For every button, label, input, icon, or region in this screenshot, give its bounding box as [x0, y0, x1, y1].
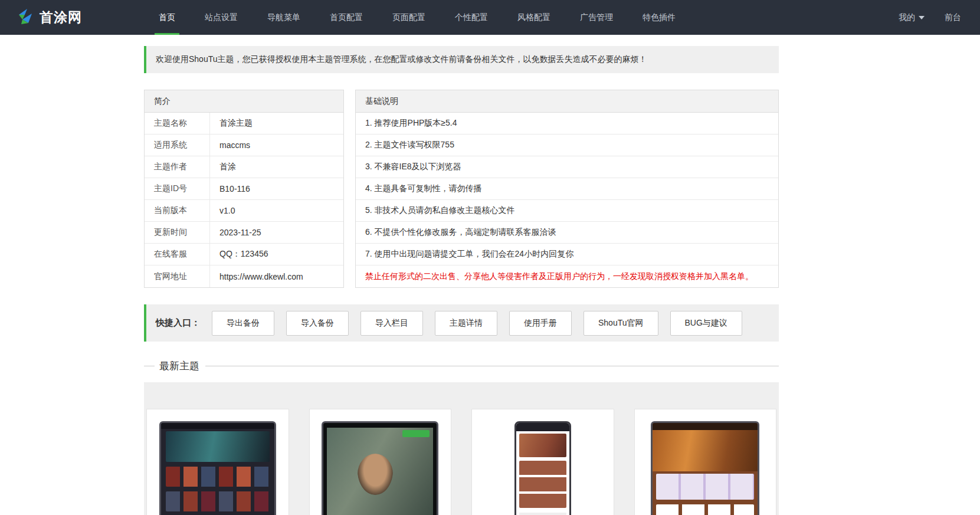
latest-themes-area	[144, 382, 779, 515]
front-site-link[interactable]: 前台	[945, 12, 961, 23]
thumbnail-poster-row-shape	[166, 467, 270, 487]
thumbnail-band-shape	[656, 474, 754, 500]
intro-panel: 简介 主题名称 首涂主题 适用系统 maccms 主题作者 首涂 主题ID号 B…	[144, 90, 344, 288]
thumbnail-hero-shape	[166, 431, 270, 462]
bug-suggest-button[interactable]: BUG与建议	[670, 311, 742, 336]
dark-video-site-theme-thumbnail	[159, 421, 276, 515]
intro-row-label: 主题作者	[145, 156, 210, 178]
quick-entry-label: 快捷入口：	[156, 317, 200, 329]
table-row: 更新时间 2023-11-25	[145, 222, 343, 244]
main-nav: 首页 站点设置 导航菜单 首页配置 页面配置 个性配置 风格配置 广告管理 特色…	[144, 0, 690, 35]
intro-row-value: 2023-11-25	[210, 222, 343, 243]
theme-card[interactable]	[309, 409, 452, 515]
my-menu-label: 我的	[899, 12, 915, 23]
thumbnail-phone-list-shape	[519, 511, 566, 515]
list-item: 2. 主题文件读写权限755	[356, 135, 778, 156]
intro-row-value: 首涂	[210, 156, 343, 178]
warning-text: 禁止任何形式的二次出售、分享他人等侵害作者及正版用户的行为，一经发现取消授权资格…	[356, 265, 778, 287]
intro-row-label: 当前版本	[145, 200, 210, 221]
intro-row-value: https://www.dkewl.com	[210, 265, 343, 287]
video-player-theme-thumbnail	[322, 421, 438, 515]
intro-row-value: v1.0	[210, 200, 343, 221]
list-item: 3. 不兼容IE8及以下浏览器	[356, 156, 778, 178]
thumbnail-hero-shape	[653, 430, 758, 471]
list-item: 7. 使用中出现问题请提交工单，我们会在24小时内回复你	[356, 244, 778, 265]
nav-item-plugins[interactable]: 特色插件	[632, 0, 686, 35]
list-item: 6. 不提供个性化修改服务，高端定制请联系客服洽谈	[356, 222, 778, 244]
chevron-down-icon	[919, 16, 925, 19]
nav-item-nav-menu[interactable]: 导航菜单	[257, 0, 310, 35]
nav-item-style-config[interactable]: 风格配置	[507, 0, 561, 35]
table-row: 主题ID号 B10-116	[145, 178, 343, 200]
notes-panel-title: 基础说明	[356, 90, 778, 113]
user-manual-button[interactable]: 使用手册	[509, 311, 572, 336]
intro-row-value: maccms	[210, 135, 343, 156]
intro-row-label: 官网地址	[145, 265, 210, 287]
thumbnail-card-row-shape	[656, 504, 754, 515]
intro-row-value: B10-116	[210, 178, 343, 199]
table-row: 当前版本 v1.0	[145, 200, 343, 222]
mobile-wap-theme-thumbnail	[514, 421, 571, 515]
quick-entry-bar: 快捷入口： 导出备份 导入备份 导入栏目 主题详情 使用手册 ShouTu官网 …	[144, 304, 779, 342]
table-row: 主题作者 首涂	[145, 156, 343, 178]
theme-card[interactable]	[634, 409, 777, 515]
thumbnail-person-shape	[358, 454, 393, 495]
shoutu-official-button[interactable]: ShouTu官网	[584, 311, 658, 336]
front-site-label: 前台	[945, 12, 961, 23]
intro-row-label: 在线客服	[145, 244, 210, 265]
thumbnail-navbar-shape	[161, 423, 274, 429]
theme-card[interactable]	[146, 409, 289, 515]
intro-row-label: 主题名称	[145, 113, 210, 134]
list-item: 4. 主题具备可复制性，请勿传播	[356, 178, 778, 200]
logo-text: 首涂网	[40, 8, 82, 27]
thumbnail-phone-banner-shape	[519, 434, 566, 457]
nav-item-home-config[interactable]: 首页配置	[320, 0, 373, 35]
game-portal-theme-thumbnail	[651, 421, 759, 515]
logo[interactable]: 首涂网	[0, 0, 144, 35]
my-menu[interactable]: 我的	[899, 12, 925, 23]
welcome-text: 欢迎使用ShouTu主题，您已获得授权使用本主题管理系统，在您配置或修改文件前请…	[156, 54, 647, 65]
intro-row-value: QQ：123456	[210, 244, 343, 265]
intro-row-value: 首涂主题	[210, 113, 343, 134]
thumbnail-navbar-shape	[653, 423, 758, 430]
nav-item-ad-manage[interactable]: 广告管理	[570, 0, 623, 35]
list-item: 5. 非技术人员请勿私自修改主题核心文件	[356, 200, 778, 222]
table-row: 官网地址 https://www.dkewl.com	[145, 265, 343, 287]
import-columns-button[interactable]: 导入栏目	[360, 311, 423, 336]
top-navbar: 首涂网 首页 站点设置 导航菜单 首页配置 页面配置 个性配置 风格配置 广告管…	[0, 0, 980, 35]
thumbnail-green-badge-shape	[402, 430, 430, 437]
table-row: 适用系统 maccms	[145, 135, 343, 156]
intro-row-label: 主题ID号	[145, 178, 210, 199]
section-title-text: 最新主题	[159, 359, 199, 373]
intro-row-label: 适用系统	[145, 135, 210, 156]
table-row: 在线客服 QQ：123456	[145, 244, 343, 265]
import-backup-button[interactable]: 导入备份	[286, 311, 349, 336]
nav-item-site-settings[interactable]: 站点设置	[195, 0, 248, 35]
intro-row-label: 更新时间	[145, 222, 210, 243]
nav-item-personal-config[interactable]: 个性配置	[445, 0, 498, 35]
notes-panel: 基础说明 1. 推荐使用PHP版本≥5.4 2. 主题文件读写权限755 3. …	[355, 90, 779, 288]
logo-icon	[17, 8, 34, 28]
theme-card[interactable]	[471, 409, 614, 515]
nav-item-home[interactable]: 首页	[149, 0, 185, 35]
intro-panel-title: 简介	[145, 90, 343, 113]
latest-themes-title: 最新主题	[144, 359, 779, 373]
thumbnail-phone-grid-shape	[519, 461, 566, 508]
welcome-banner: 欢迎使用ShouTu主题，您已获得授权使用本主题管理系统，在您配置或修改文件前请…	[144, 46, 779, 73]
list-item: 1. 推荐使用PHP版本≥5.4	[356, 113, 778, 135]
theme-details-button[interactable]: 主题详情	[435, 311, 497, 336]
nav-item-page-config[interactable]: 页面配置	[382, 0, 435, 35]
thumbnail-poster-row-shape	[166, 491, 270, 511]
export-backup-button[interactable]: 导出备份	[212, 311, 274, 336]
thumbnail-phone-header-shape	[516, 423, 569, 431]
table-row: 主题名称 首涂主题	[145, 113, 343, 135]
